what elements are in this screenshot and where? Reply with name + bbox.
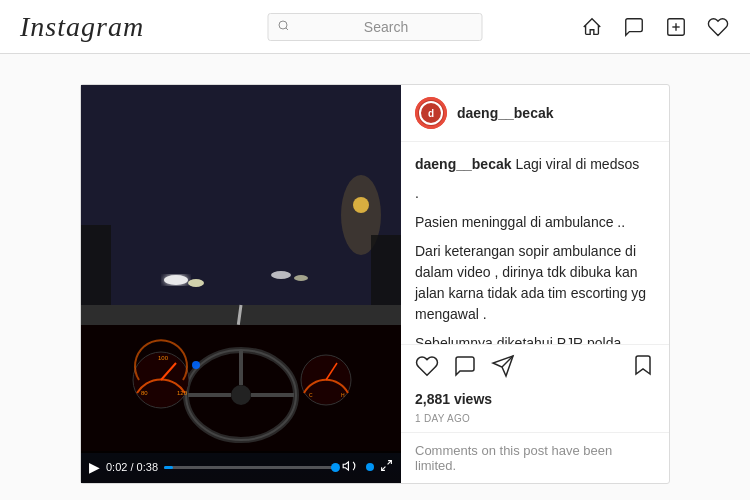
nav-actions xyxy=(580,15,730,39)
main-content: 80 100 120 C H xyxy=(0,54,750,500)
instagram-logo: Instagram xyxy=(20,11,144,43)
heart-icon[interactable] xyxy=(706,15,730,39)
search-input[interactable] xyxy=(268,13,483,41)
caption-dot: . xyxy=(415,183,655,204)
svg-text:H: H xyxy=(341,392,345,398)
views-count: 2,881 views xyxy=(401,387,669,411)
post-card: 80 100 120 C H xyxy=(80,84,670,484)
post-header: d daeng__becak xyxy=(401,85,669,142)
add-post-icon[interactable] xyxy=(664,15,688,39)
svg-line-35 xyxy=(382,467,386,471)
svg-point-19 xyxy=(231,385,251,405)
progress-fill xyxy=(164,466,173,469)
progress-bar[interactable] xyxy=(164,466,336,469)
comment-button[interactable] xyxy=(453,354,477,382)
messenger-icon[interactable] xyxy=(622,15,646,39)
post-username[interactable]: daeng__becak xyxy=(457,105,554,121)
play-button[interactable]: ▶ xyxy=(89,459,100,475)
avatar: d xyxy=(415,97,447,129)
share-button[interactable] xyxy=(491,354,515,382)
svg-point-10 xyxy=(271,271,291,279)
svg-rect-14 xyxy=(81,225,111,305)
svg-text:100: 100 xyxy=(158,355,169,361)
progress-dot xyxy=(331,463,340,472)
video-player[interactable]: 80 100 120 C H xyxy=(81,85,401,483)
caption-line-1: Pasien meninggal di ambulance .. xyxy=(415,212,655,233)
caption-area: daeng__becakLagi viral di medsos . Pasie… xyxy=(401,142,669,344)
post-actions xyxy=(401,344,669,387)
svg-text:80: 80 xyxy=(141,390,148,396)
like-button[interactable] xyxy=(415,354,439,382)
top-nav: Instagram xyxy=(0,0,750,54)
post-timestamp: 1 DAY AGO xyxy=(401,411,669,432)
caption-username[interactable]: daeng__becak xyxy=(415,156,512,172)
svg-point-28 xyxy=(192,361,200,369)
comment-notice: Comments on this post have been limited. xyxy=(401,432,669,483)
volume-icon[interactable] xyxy=(342,459,356,476)
blue-indicator xyxy=(366,463,374,471)
home-icon[interactable] xyxy=(580,15,604,39)
svg-point-8 xyxy=(164,275,188,285)
svg-text:d: d xyxy=(428,108,434,119)
caption-intro: Lagi viral di medsos xyxy=(516,156,640,172)
svg-text:120: 120 xyxy=(177,390,188,396)
caption-line-2: Dari keterangan sopir ambulance di dalam… xyxy=(415,241,655,325)
svg-marker-33 xyxy=(343,461,348,469)
video-time: 0:02 / 0:38 xyxy=(106,461,158,473)
caption-line-3: Sebelumnya diketahui PJR polda sulsel , … xyxy=(415,333,655,344)
fullscreen-icon[interactable] xyxy=(380,459,393,475)
svg-text:C: C xyxy=(309,392,313,398)
svg-point-9 xyxy=(188,279,204,287)
bookmark-button[interactable] xyxy=(631,353,655,383)
post-info: d daeng__becak daeng__becakLagi viral di… xyxy=(401,85,669,483)
search-container xyxy=(268,13,483,41)
svg-line-1 xyxy=(286,27,288,29)
svg-point-0 xyxy=(279,21,287,29)
video-controls: ▶ 0:02 / 0:38 xyxy=(81,451,401,483)
video-frame: 80 100 120 C H xyxy=(81,85,401,483)
svg-rect-15 xyxy=(371,235,401,305)
search-icon xyxy=(278,19,290,34)
svg-line-34 xyxy=(388,461,392,465)
svg-point-11 xyxy=(294,275,308,281)
